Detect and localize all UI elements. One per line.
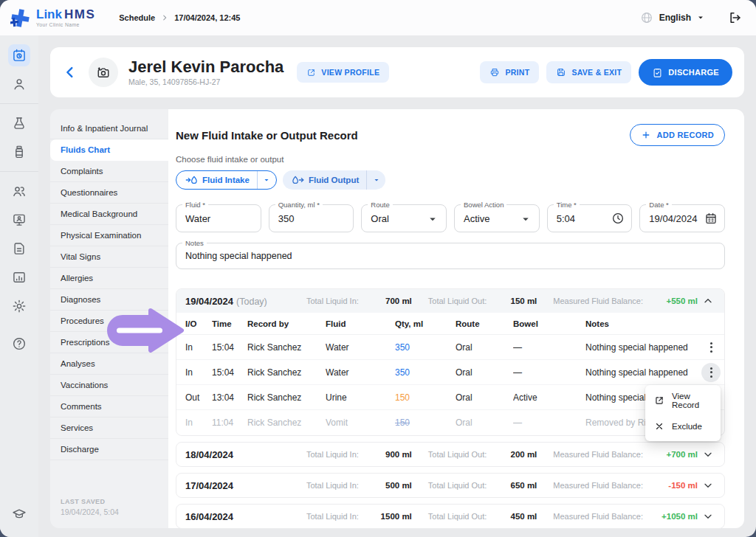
bowel-cell: — [513,418,585,428]
nav-item-comments[interactable]: Comments [50,396,168,418]
day-summary-row[interactable]: 18/04/2024Total Liquid In:900 mlTotal Li… [176,443,724,466]
fluid-cell: Water [326,342,395,353]
fluid-cell: Water [326,367,395,378]
nav-item-services[interactable]: Services [50,418,168,439]
add-record-button[interactable]: ADD RECORD [630,124,725,146]
clock-icon[interactable] [611,212,625,225]
caret-icon[interactable] [426,212,439,225]
total-in-value: 1500 ml [381,512,412,521]
field-fluid[interactable]: Fluid *Water [176,204,261,232]
breadcrumb-current[interactable]: 17/04/2024, 12:45 [174,13,240,22]
rail-workstation-icon[interactable] [8,209,30,231]
field-bowel-action[interactable]: Bowel ActionActive [454,204,540,232]
rail-patients-icon[interactable] [8,73,30,95]
field-route[interactable]: RouteOral [361,204,447,232]
collapse-chevron-icon[interactable] [702,295,714,307]
total-in-value: 700 ml [385,297,412,305]
nav-item-vaccinations[interactable]: Vaccinations [50,375,168,396]
bowel-cell: — [513,367,585,378]
app-logo[interactable]: LinkHMS Your Clinic Name [10,8,95,28]
save-icon [556,67,566,77]
language-selector[interactable]: English [659,13,691,23]
globe-icon [640,11,653,24]
column-i-o: I/O [185,319,212,328]
nav-item-analyses[interactable]: Analyses [50,353,168,375]
field-quantity-ml[interactable]: Quantity, ml *350 [269,204,354,232]
rail-schedule-icon[interactable] [8,44,30,66]
fluid-output-toggle[interactable]: Fluid Output [283,170,385,190]
field-label: Fluid * [182,201,208,209]
expand-chevron-icon[interactable] [702,448,714,460]
nav-item-allergies[interactable]: Allergies [50,268,168,289]
panel-title: New Fluid Intake or Output Record [176,129,358,142]
back-icon[interactable] [62,64,78,80]
nav-item-fluids-chart[interactable]: Fluids Chart [50,139,168,161]
balance-label: Measured Fluid Balance: [537,450,649,459]
row-menu-kebab-icon[interactable] [701,363,721,382]
field-date[interactable]: Date *19/04/2024 [639,204,725,232]
view-profile-button[interactable]: VIEW PROFILE [297,62,389,83]
bowel-cell: Active [513,392,585,403]
fluid-cell: Vomit [326,418,395,428]
balance-value: +700 ml [666,450,698,459]
rail-laboratory-icon[interactable] [8,112,30,134]
topbar-right: English [640,10,743,25]
field-value: Nothing special happened [185,251,292,261]
nav-item-discharge[interactable]: Discharge [50,439,168,460]
fluid-intake-toggle[interactable]: Fluid Intake [176,170,277,190]
nav-item-questionnaires[interactable]: Questionnaires [50,182,168,204]
nav-item-procedures[interactable]: Procedures [50,311,168,332]
rail-education-icon[interactable] [8,503,30,525]
external-link-icon [306,68,316,77]
nav-item-info-inpatient-journal[interactable]: Info & Inpatient Journal [50,118,168,139]
nav-menu: Info & Inpatient JournalFluids ChartComp… [50,118,168,460]
nav-item-medical-background[interactable]: Medical Background [50,204,168,225]
day-summary-row[interactable]: 16/04/2024Total Liquid In:1500 mlTotal L… [176,505,724,528]
patient-name: Jerel Kevin Parocha [128,58,284,76]
language-chevron-icon[interactable] [695,13,706,23]
fluid-output-dropdown[interactable] [366,170,385,190]
day-date: 17/04/2024 [185,480,290,491]
breadcrumb-schedule[interactable]: Schedule [119,13,155,22]
nav-item-vital-signs[interactable]: Vital Signs [50,246,168,268]
rail-medications-icon[interactable] [8,141,30,163]
nav-item-prescriptions[interactable]: Prescriptions [50,332,168,353]
io-cell: Out [185,392,212,403]
row-menu-kebab-icon[interactable] [701,338,721,357]
time-cell: 15:04 [212,342,247,353]
print-button[interactable]: PRINT [480,61,539,83]
context-menu-exclude[interactable]: Exclude [645,413,721,439]
day-summary-row[interactable]: 17/04/2024Total Liquid In:500 mlTotal Li… [176,474,724,497]
rail-settings-icon[interactable] [8,295,30,317]
io-cell: In [185,367,212,378]
rail-billing-icon[interactable] [8,238,30,260]
row-actions [698,363,724,382]
patient-avatar[interactable] [89,58,118,87]
rail-help-icon[interactable] [8,333,30,355]
save-exit-button[interactable]: SAVE & EXIT [546,61,631,83]
column-bowel: Bowel [513,319,585,328]
expand-chevron-icon[interactable] [702,510,714,522]
field-time[interactable]: Time *5:04 [547,204,633,232]
expand-chevron-icon[interactable] [702,479,714,491]
rail-staff-icon[interactable] [8,180,30,202]
context-menu-view-record[interactable]: View Record [645,387,721,413]
discharge-button[interactable]: DISCHARGE [639,59,732,86]
total-out-label: Total Liquid Out: [412,481,493,490]
route-cell: Oral [456,342,513,353]
patient-meta: Male, 35, 14097856-HJ-27 [128,77,284,86]
breadcrumb: Schedule 17/04/2024, 12:45 [119,13,240,22]
rail-reports-icon[interactable] [8,266,30,288]
qty-cell: 350 [395,367,456,378]
nav-item-physical-examination[interactable]: Physical Examination [50,225,168,246]
field-notes[interactable]: Notes Nothing special happened [176,243,725,269]
field-value: Water [185,213,210,224]
calendar-icon[interactable] [704,212,718,225]
caret-icon[interactable] [519,212,532,225]
fluid-intake-dropdown[interactable] [257,171,276,189]
nav-item-complaints[interactable]: Complaints [50,161,168,182]
nav-item-diagnoses[interactable]: Diagnoses [50,289,168,311]
day-summary-row[interactable]: 19/04/2024(Today)Total Liquid In:700 mlT… [176,289,724,313]
logout-icon[interactable] [728,10,743,25]
qty-cell: 350 [395,342,456,353]
